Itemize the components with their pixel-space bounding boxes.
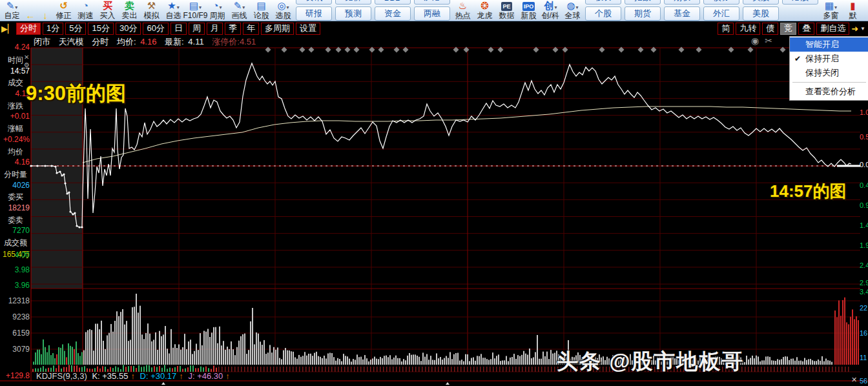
sidebar-value-委卖: 7270 [0,226,30,235]
menu-item-保持开启[interactable]: ✔保持开启 [790,52,868,66]
auction-context-menu: 智能开启✔保持开启保持关闭查看竞价分析 [789,36,868,101]
watermark: 头条 @股市地板哥 [557,347,744,376]
menu-separator [792,82,866,83]
axis-label: 4.00 [0,250,30,259]
axis-label: 4.24 [0,43,30,52]
right-axis-label: 0.4 [860,181,868,189]
axis-label: 3.98 [0,265,30,274]
sidebar-label-分时量: 分时量 [0,169,31,180]
sidebar-value-涨幅: +0.24% [0,135,30,144]
sidebar-label-涨幅: 涨幅 [0,123,31,134]
menu-item-智能开启[interactable]: 智能开启 [790,37,868,52]
kdj-indicator-row: KDJFS(9,3,3) K: +35.55↑ D: +30.17↑ J: +4… [36,371,232,381]
sidebar-value-涨跌: +0.01 [0,112,30,121]
right-axis-label: 0.5 [860,133,868,141]
axis-label: 6159 [0,329,30,338]
right-axis-label: 11 [860,354,867,361]
right-axis-label: 56 [860,377,867,385]
kdj-name: KDJFS(9,3,3) [36,371,87,381]
quote-sidebar: ✕ ⚙ 时间14:57成交4.11涨跌+0.01涨幅+0.24%均价4.16分时… [0,0,31,386]
sidebar-value-分时量: 4026 [0,181,30,190]
sidebar-label-成交额: 成交额 [0,238,31,249]
sidebar-label-时间: 时间 [0,55,31,66]
sidebar-value-委买: 18219 [0,203,30,212]
axis-label: 3079 [0,345,30,354]
right-axis-label: 3.4 [860,288,868,296]
axis-label: 12318 [0,296,30,305]
menu-item-保持关闭[interactable]: 保持关闭 [790,66,868,80]
right-axis-label: 2.9 [860,279,868,287]
right-axis-label: 16 [860,329,867,337]
right-axis-label: 22 [860,304,867,312]
right-axis-label: 0.0 [860,161,868,168]
intraday-chart[interactable] [0,0,868,386]
kdj-k-value: K: +35.55 [92,371,128,381]
axis-label: 9238 [0,312,30,321]
sidebar-label-委卖: 委卖 [0,215,31,226]
sidebar-label-均价: 均价 [0,147,31,157]
menu-item-label: 保持开启 [805,53,839,65]
right-axis-label: 1.0 [860,108,868,116]
up-arrow-icon: ↑ [130,371,135,381]
annotation-close-time: 14:57的图 [770,180,847,203]
sidebar-value-均价: 4.16 [0,157,30,167]
check-icon: ✔ [790,54,805,63]
right-axis-label: 1.4 [860,221,868,229]
trading-app-window: ✎▾自定←↓↺修正◔测速买买入卖卖出⚒模拟★▾自选▤▾F10/F9◔▾周期✎▾画… [0,0,868,386]
up-arrow-icon: ↑ [225,371,230,381]
sidebar-value-时间: 14:57 [0,66,30,76]
axis-label: +129.8 [0,371,30,380]
right-axis-label: 1.9 [860,241,868,249]
menu-item-label: 智能开启 [805,39,839,50]
right-axis-label: 0.9 [860,201,868,209]
annotation-pre-open: 9:30前的图 [26,80,126,107]
sidebar-label-委买: 委买 [0,192,31,203]
menu-item-label: 保持关闭 [805,67,839,79]
menu-item-label: 查看竞价分析 [805,86,856,97]
pane-close-icon[interactable]: ✕ [851,376,857,384]
kdj-d-value: D: +30.17 [140,371,177,381]
up-arrow-icon: ↑ [179,371,183,381]
kdj-j-value: J: +46.30 [188,371,223,381]
right-axis-label: 2.4 [860,261,868,269]
menu-item-查看竞价分析[interactable]: 查看竞价分析 [790,85,868,99]
axis-label: 3.96 [0,281,30,290]
